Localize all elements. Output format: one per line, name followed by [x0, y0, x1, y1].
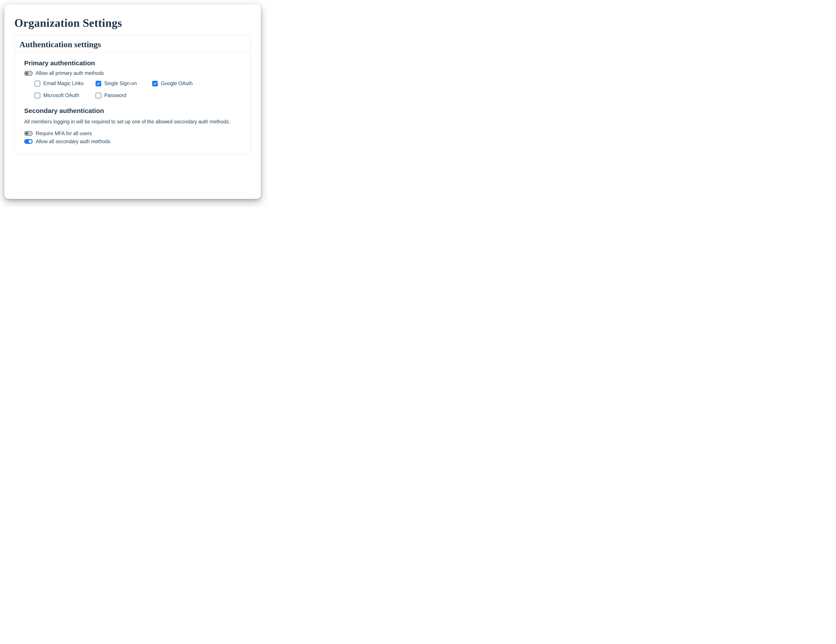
- secondary-auth-description: All members logging in will be required …: [24, 118, 233, 126]
- method-single-sign-on: Single Sign-on: [96, 80, 152, 86]
- auth-settings-panel: Authentication settings Primary authenti…: [15, 35, 251, 154]
- method-label: Single Sign-on: [104, 80, 137, 86]
- check-icon: [153, 82, 157, 85]
- checkbox-email-magic-links[interactable]: [34, 81, 40, 86]
- require-mfa-label: Require MFA for all users: [36, 130, 92, 137]
- method-label: Microsoft OAuth: [43, 93, 79, 98]
- secondary-auth-heading: Secondary authentication: [24, 107, 241, 114]
- method-label: Password: [104, 93, 126, 98]
- method-label: Email Magic Links: [43, 80, 83, 86]
- allow-all-secondary-label: Allow all secondary auth methods: [36, 139, 110, 145]
- primary-methods: Email Magic Links Single Sign-on: [34, 80, 241, 98]
- allow-all-secondary-row: Allow all secondary auth methods: [24, 139, 241, 145]
- method-email-magic-links: Email Magic Links: [34, 80, 96, 86]
- check-icon: [97, 82, 100, 85]
- allow-all-primary-row: Allow all primary auth methods: [24, 70, 241, 76]
- primary-methods-row-1: Email Magic Links Single Sign-on: [34, 80, 241, 86]
- page-title: Organization Settings: [15, 16, 251, 29]
- panel-header: Authentication settings: [15, 35, 251, 53]
- primary-auth-heading: Primary authentication: [24, 59, 241, 67]
- settings-card: Organization Settings Authentication set…: [4, 4, 261, 199]
- toggle-knob: [25, 132, 28, 135]
- allow-all-primary-toggle[interactable]: [24, 71, 33, 76]
- toggle-knob: [25, 72, 28, 75]
- method-label: Google OAuth: [161, 80, 193, 86]
- method-microsoft-oauth: Microsoft OAuth: [34, 93, 96, 98]
- toggle-knob: [29, 140, 32, 143]
- checkbox-google-oauth[interactable]: [152, 81, 158, 86]
- checkbox-single-sign-on[interactable]: [96, 81, 101, 86]
- allow-all-secondary-toggle[interactable]: [24, 139, 33, 144]
- checkbox-microsoft-oauth[interactable]: [34, 93, 40, 98]
- method-password: Password: [96, 93, 152, 98]
- secondary-auth-block: Secondary authentication All members log…: [24, 107, 241, 145]
- allow-all-primary-label: Allow all primary auth methods: [36, 70, 104, 76]
- panel-body: Primary authentication Allow all primary…: [15, 53, 251, 154]
- require-mfa-row: Require MFA for all users: [24, 130, 241, 137]
- checkbox-password[interactable]: [96, 93, 101, 98]
- primary-methods-row-2: Microsoft OAuth Password: [34, 93, 241, 98]
- require-mfa-toggle[interactable]: [24, 131, 33, 136]
- method-google-oauth: Google OAuth: [152, 80, 209, 86]
- panel-title: Authentication settings: [20, 40, 246, 49]
